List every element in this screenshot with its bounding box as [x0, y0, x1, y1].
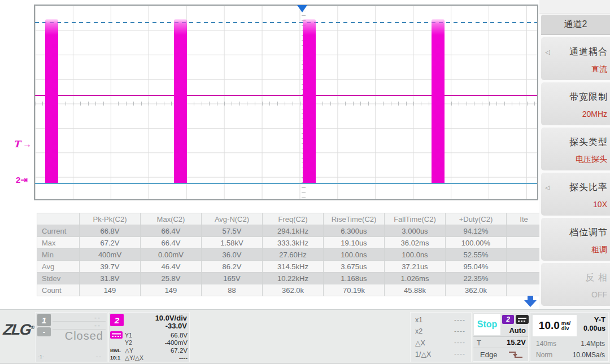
channel2-readout-row: Y2-400mV: [110, 339, 188, 347]
menu-item-value: 直流: [591, 64, 607, 74]
menu-item-value: 10X: [593, 200, 607, 209]
channel1-scale-value: --: [53, 314, 106, 322]
channel2-trace-baseline: [35, 95, 537, 96]
measurement-value: 94.12%: [446, 225, 507, 237]
measurement-row-label: Avg: [37, 261, 80, 273]
measurement-column-header: Pk-Pk(C2): [80, 213, 141, 225]
menu-item-label: 探头类型: [569, 137, 608, 148]
timebase-box[interactable]: 10.0 ms/div Y-T 0.00us 140ms 1.4Mpts Nor…: [530, 312, 609, 362]
measurement-value: [507, 261, 542, 273]
run-stop-status[interactable]: Stop: [474, 314, 500, 335]
trigger-status-box[interactable]: Stop 2 Auto T 15.2V Edge: [473, 312, 529, 362]
memory-depth: 1.4Mpts: [581, 340, 605, 348]
measurement-value: 45.88k: [385, 284, 446, 296]
measurement-value: 22.35%: [446, 273, 507, 284]
cursor-label: △Y/△X: [125, 354, 150, 361]
divider: [473, 336, 528, 337]
trigger-delay: 0.00us: [583, 324, 605, 332]
menu-item-4[interactable]: ◁探头比率10X: [541, 173, 610, 216]
measurement-value: 36.0V: [202, 249, 263, 261]
measurement-value: 165V: [202, 273, 263, 284]
menu-item-6: 反 相OFF: [541, 263, 610, 306]
measurement-value: 0.00mV: [141, 249, 202, 261]
timebase-unit: ms/div: [561, 321, 570, 331]
measurement-column-header: [37, 213, 80, 225]
measurement-value: 66.8V: [80, 225, 141, 237]
measurement-value: 1.168us: [324, 273, 385, 284]
measurement-value: 67.2V: [80, 237, 141, 249]
measurement-value: 100.00%: [446, 237, 507, 249]
trigger-level-marker[interactable]: T →: [14, 139, 32, 150]
table-scroll-down-icon[interactable]: [522, 296, 539, 308]
cursor-x-label: △X: [415, 339, 425, 347]
table-row: Stdev31.8V25.8V165V10.22kHz1.168us1.026m…: [37, 273, 542, 284]
measurement-value: 100.0ns: [385, 249, 446, 261]
table-row: Count14914988362.0k70.19k45.88k362.0k: [37, 284, 542, 296]
cursor-x-label: x2: [415, 327, 422, 335]
channel2-position-marker[interactable]: 2⇥: [16, 175, 28, 185]
measurement-value: 37.21us: [385, 261, 446, 273]
measurement-value: 57.5V: [202, 225, 263, 237]
cursor-value: 66.8V: [150, 332, 188, 339]
cursor-x-row: x2----: [415, 327, 465, 336]
menu-item-value: 20MHz: [582, 109, 607, 119]
measurement-value: 66.4V: [141, 237, 202, 249]
channel2-attr-10-1: 10:1: [110, 355, 125, 361]
cursor-x-label: 1/△X: [415, 350, 431, 358]
channel2-status-box[interactable]: 2 10.0V/div -33.0V Y166.8VY2-400mVBwL△Y6…: [108, 312, 190, 362]
measurement-column-header: RiseTime(C2): [324, 213, 385, 225]
measurement-column-header: Max(C2): [141, 213, 202, 225]
menu-item-value: OFF: [591, 290, 607, 299]
measurement-value: 3.675us: [324, 261, 385, 273]
menu-item-1[interactable]: ◁通道耦合直流: [541, 37, 610, 80]
menu-item-5[interactable]: 档位调节粗调: [541, 218, 610, 261]
measurement-value: 362.0k: [263, 284, 324, 296]
trigger-position-marker-icon[interactable]: [297, 5, 307, 12]
divider: [473, 348, 528, 348]
measurement-value: 333.3kHz: [263, 237, 324, 249]
pulse-burst-4: [432, 19, 445, 183]
menu-item-label: 反 相: [586, 272, 608, 284]
menu-item-2[interactable]: 带宽限制20MHz: [541, 82, 610, 125]
channel2-readout-row: Y166.8V: [110, 331, 188, 339]
trigger-mode: Auto: [509, 326, 526, 335]
trigger-type: Edge: [480, 350, 497, 359]
pulse-burst-2: [174, 19, 187, 183]
measurement-value: 88: [202, 284, 263, 296]
measurement-value: 66.4V: [141, 225, 202, 237]
timebase-scale-display[interactable]: 10.0 ms/div: [533, 315, 577, 336]
cursor-y1-line[interactable]: [35, 22, 537, 23]
pulse-burst-3: [303, 19, 316, 183]
menu-item-3[interactable]: 探头类型电压探头: [541, 128, 610, 170]
dc-coupling-icon: [516, 315, 529, 324]
measurement-value: 70.19k: [324, 284, 385, 296]
cursor-x-value: ----: [454, 339, 465, 347]
measurement-table-header: Pk-Pk(C2)Max(C2)Avg-N(C2)Freq(C2)RiseTim…: [37, 213, 542, 225]
channel2-readout-row: 10:1△Y/△X----: [110, 354, 188, 362]
channel1-bottom-value: --: [96, 353, 102, 359]
sidebar-top-strip: [539, 0, 610, 14]
measurement-column-header: Freq(C2): [263, 213, 324, 225]
channel1-status-box[interactable]: 1 -- -- - Closed -1- --: [35, 312, 107, 362]
measurement-value: 25.8V: [141, 273, 202, 284]
trigger-level-value: 15.2V: [507, 338, 526, 347]
brand-logo: ZLG®: [2, 321, 34, 339]
measurement-value: 314.5kHz: [263, 261, 324, 273]
measurement-value: 1.026ms: [385, 273, 446, 284]
cursor-y2-line[interactable]: [35, 183, 537, 184]
measurement-value: 400mV: [80, 249, 141, 261]
cursor-value: ----: [150, 354, 188, 361]
trigger-level-label: T: [14, 139, 20, 150]
cursor-x-row: △X----: [415, 339, 465, 348]
channel1-sub-badge: -: [37, 327, 51, 336]
measurement-value: 294.1kHz: [263, 225, 324, 237]
cursor-x-label: x1: [415, 316, 422, 324]
measurement-value: [507, 237, 542, 249]
measurement-column-header: Ite: [507, 213, 542, 225]
measurement-value: 149: [141, 284, 202, 296]
acquisition-mode: Norm: [536, 351, 552, 359]
measurement-row-label: Count: [37, 284, 80, 296]
cursor-label: Y2: [125, 339, 150, 346]
waveform-grid: [34, 5, 538, 200]
measurement-value: [507, 273, 542, 284]
